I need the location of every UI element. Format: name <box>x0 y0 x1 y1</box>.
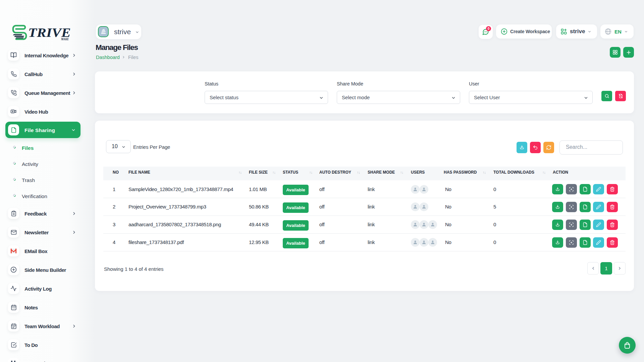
svg-text:MAKE: MAKE <box>61 37 69 41</box>
